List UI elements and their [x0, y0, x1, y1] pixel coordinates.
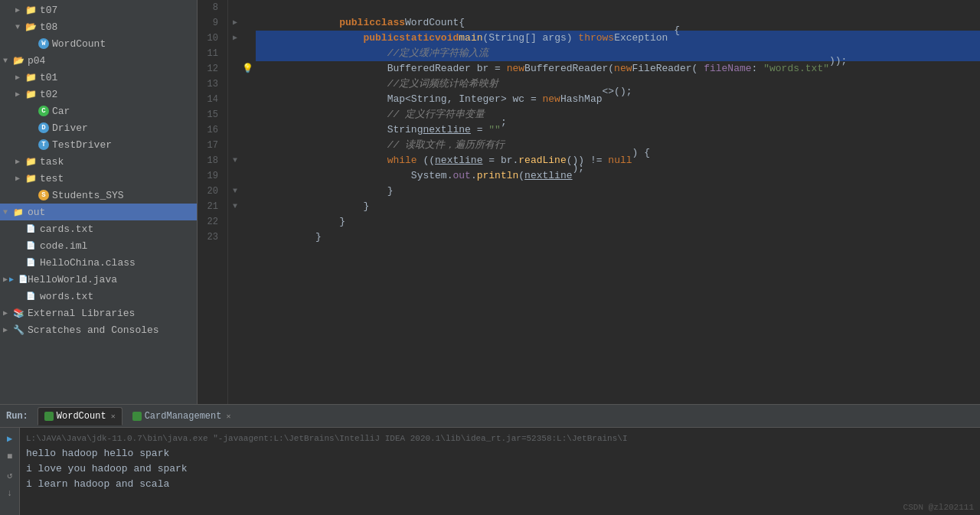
class-icon-car: C — [38, 106, 49, 116]
tree-item-t02[interactable]: t02 — [0, 86, 197, 103]
hint-9 — [242, 15, 256, 31]
run-button[interactable]: ▶ — [2, 431, 18, 446]
run-tab-wordcount-close[interactable]: ✕ — [111, 412, 116, 421]
line-num-14: 14 — [198, 92, 221, 107]
console-line-1: hello hadoop hello spark — [26, 446, 974, 461]
folder-icon-task — [24, 155, 37, 168]
line-numbers-gutter: 8 9 10 11 12 13 14 15 16 17 18 19 20 21 … — [198, 0, 228, 404]
tree-label-t01: t01 — [40, 72, 194, 83]
arrow-t08 — [15, 23, 24, 31]
class-file-icon-hellochina: 📄 — [24, 256, 37, 269]
folder-icon-t08 — [24, 21, 37, 33]
iml-icon-code: 📄 — [24, 240, 37, 252]
fold-18[interactable]: ▼ — [228, 153, 242, 168]
hint-15 — [242, 107, 256, 122]
run-tab-wordcount[interactable]: WordCount ✕ — [38, 407, 122, 425]
code-editor[interactable]: 8 9 10 11 12 13 14 15 16 17 18 19 20 21 … — [198, 0, 980, 404]
fold-20[interactable]: ▼ — [228, 184, 242, 199]
editor-area: 8 9 10 11 12 13 14 15 16 17 18 19 20 21 … — [198, 0, 980, 404]
tree-item-words-txt[interactable]: 📄 words.txt — [0, 288, 197, 305]
tree-item-testdriver[interactable]: T TestDriver — [0, 136, 197, 153]
tree-label-test: test — [40, 173, 194, 184]
hint-13 — [242, 77, 256, 92]
tree-item-hellochina-class[interactable]: 📄 HelloChina.class — [0, 254, 197, 271]
hint-8 — [242, 0, 256, 15]
hint-17 — [242, 138, 256, 153]
tree-item-p04[interactable]: p04 — [0, 52, 197, 69]
arrow-test — [15, 174, 24, 183]
run-tab-cardmanagement-close[interactable]: ✕ — [226, 412, 230, 421]
stop-button[interactable]: ■ — [2, 449, 18, 464]
ext-libs-icon — [12, 307, 24, 319]
tree-item-t08[interactable]: t08 — [0, 18, 197, 35]
tree-item-code-iml[interactable]: 📄 code.iml — [0, 237, 197, 254]
class-icon-driver: D — [38, 122, 49, 133]
tree-item-scratches[interactable]: Scratches and Consoles — [0, 321, 197, 338]
tree-item-external-libraries[interactable]: External Libraries — [0, 305, 197, 321]
arrow-t01 — [15, 73, 24, 82]
tree-label-out: out — [28, 207, 194, 218]
console-line-cmd: L:\JAVA\Java\jdk-11.0.7\bin\java.exe "-j… — [26, 431, 974, 446]
fold-12 — [228, 61, 242, 77]
folder-icon-test — [24, 172, 37, 184]
tree-item-task[interactable]: task — [0, 153, 197, 170]
hint-14 — [242, 92, 256, 107]
fold-9[interactable]: ▶ — [228, 15, 242, 31]
scroll-end-button[interactable]: ↓ — [2, 486, 18, 501]
fold-16 — [228, 122, 242, 138]
txt-icon-cards: 📄 — [24, 223, 37, 235]
hint-11 — [242, 46, 256, 61]
tree-item-test[interactable]: test — [0, 170, 197, 187]
run-tab-wordcount-label: WordCount — [57, 411, 106, 422]
run-tab-bar: Run: WordCount ✕ CardManagement ✕ — [0, 405, 980, 428]
tree-item-students-sys[interactable]: S Students_SYS — [0, 187, 197, 204]
arrow-scratches — [3, 325, 12, 334]
hint-22 — [242, 214, 256, 230]
fold-21[interactable]: ▼ — [228, 199, 242, 214]
tree-item-car[interactable]: C Car — [0, 103, 197, 119]
arrow-ext-libs — [3, 308, 12, 318]
tree-item-helloworld-java[interactable]: ▶ 📄 HelloWorld.java — [0, 271, 197, 288]
tree-label-testdriver: TestDriver — [52, 139, 194, 151]
tree-label-ext-libs: External Libraries — [28, 308, 194, 319]
fold-14 — [228, 92, 242, 107]
code-line-23: } — [256, 230, 980, 245]
tree-item-out[interactable]: 📁 out — [0, 204, 197, 220]
code-line-9: public class WordCount { — [256, 15, 980, 31]
tree-item-t07[interactable]: t07 — [0, 2, 197, 18]
run-tab-wordcount-icon — [44, 412, 54, 421]
tree-label-cards-txt: cards.txt — [40, 223, 194, 235]
folder-icon-p04 — [12, 54, 24, 67]
line-num-12: 12 — [198, 61, 221, 77]
tree-label-code-iml: code.iml — [40, 240, 194, 252]
rerun-button[interactable]: ↺ — [2, 468, 18, 483]
fold-10[interactable]: ▶ — [228, 31, 242, 46]
console-line-3: i learn hadoop and scala — [26, 477, 974, 492]
console-output[interactable]: L:\JAVA\Java\jdk-11.0.7\bin\java.exe "-j… — [20, 428, 980, 515]
folder-icon-t02 — [24, 88, 37, 100]
scratches-icon — [12, 324, 24, 336]
tree-item-cards-txt[interactable]: 📄 cards.txt — [0, 220, 197, 237]
tree-item-wordcount[interactable]: W WordCount — [0, 35, 197, 52]
hint-19 — [242, 168, 256, 184]
console-content: ▶ ■ ↺ ↓ L:\JAVA\Java\jdk-11.0.7\bin\java… — [0, 428, 980, 515]
tree-label-helloworld: HelloWorld.java — [28, 274, 194, 285]
run-tab-cardmanagement[interactable]: CardManagement ✕ — [126, 407, 238, 425]
fold-gutter: ▶ ▶ ▼ ▼ ▼ — [228, 0, 242, 404]
hint-gutter: 💡 — [242, 0, 256, 404]
line-num-17: 17 — [198, 138, 221, 153]
tree-label-t07: t07 — [40, 5, 194, 16]
tree-item-driver[interactable]: D Driver — [0, 119, 197, 136]
code-lines[interactable]: public class WordCount { public static v… — [256, 0, 980, 404]
line-num-23: 23 — [198, 230, 221, 245]
tree-item-t01[interactable]: t01 — [0, 69, 197, 86]
fold-13 — [228, 77, 242, 92]
hint-12[interactable]: 💡 — [242, 61, 256, 77]
tree-label-words-txt: words.txt — [40, 291, 194, 302]
console-toolbar: ▶ ■ ↺ ↓ — [0, 428, 20, 515]
line-num-16: 16 — [198, 122, 221, 138]
hint-16 — [242, 122, 256, 138]
hint-10 — [242, 31, 256, 46]
tree-label-students-sys: Students_SYS — [52, 190, 194, 201]
folder-icon-t01 — [24, 71, 37, 83]
